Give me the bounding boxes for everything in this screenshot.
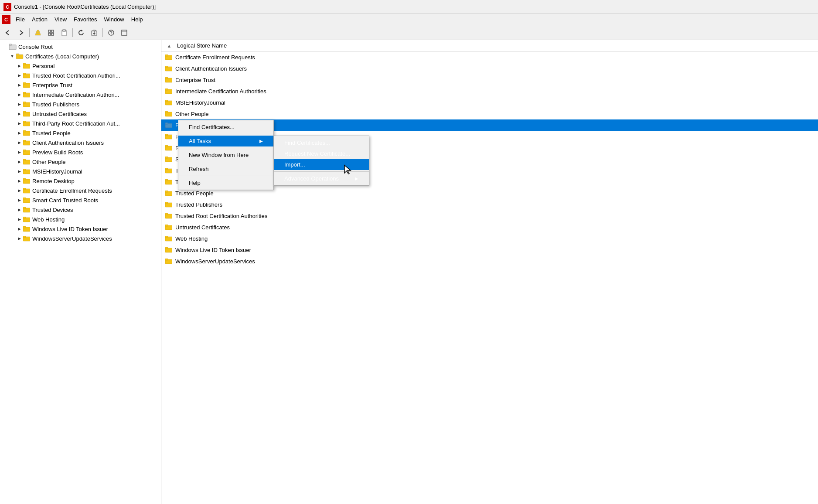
svg-rect-86 bbox=[165, 179, 168, 181]
tree-trusted-root[interactable]: ▶ Trusted Root Certification Authori... bbox=[0, 71, 161, 80]
all-tasks-submenu: Find Certificates... Request New Certifi… bbox=[273, 136, 369, 186]
svg-rect-54 bbox=[23, 198, 26, 199]
tree-trusted-publishers[interactable]: ▶ Trusted Publishers bbox=[0, 99, 161, 109]
list-folder-icon bbox=[165, 156, 173, 163]
help-button[interactable]: ? bbox=[105, 27, 117, 38]
list-item[interactable]: Trusted Root Certification Authorities bbox=[161, 210, 818, 221]
export-button[interactable] bbox=[88, 27, 100, 38]
list-item[interactable]: Intermediate Certification Authorities bbox=[161, 85, 818, 97]
smart-card-roots-icon bbox=[23, 197, 31, 204]
tree-cert-enrollment[interactable]: ▶ Certificate Enrollment Requests bbox=[0, 186, 161, 195]
submenu-advanced-ops[interactable]: Advanced Operations ▶ bbox=[274, 173, 369, 184]
tree-preview-build-roots[interactable]: ▶ Preview Build Roots bbox=[0, 147, 161, 157]
tree-certificates-root[interactable]: ▼ Certificates (Local Computer) bbox=[0, 51, 161, 61]
grid-button[interactable] bbox=[45, 27, 57, 38]
back-button[interactable] bbox=[2, 27, 14, 38]
tree-remote-desktop[interactable]: ▶ Remote Desktop bbox=[0, 176, 161, 186]
clipboard-button[interactable] bbox=[58, 27, 70, 38]
list-folder-icon bbox=[165, 133, 173, 140]
toolbar-sep-3 bbox=[102, 28, 103, 37]
app-logo: C bbox=[2, 15, 10, 24]
third-party-root-label: Third-Party Root Certification Aut... bbox=[32, 120, 120, 127]
list-item-label: Other People bbox=[175, 111, 209, 117]
tree-console-root[interactable]: Console Root bbox=[0, 42, 161, 51]
list-item-label: Trusted People bbox=[175, 190, 214, 197]
personal-icon bbox=[23, 62, 31, 69]
svg-rect-74 bbox=[165, 111, 168, 113]
list-folder-icon bbox=[165, 190, 173, 197]
svg-rect-64 bbox=[165, 54, 168, 56]
tree-personal[interactable]: ▶ Personal bbox=[0, 61, 161, 71]
list-item[interactable]: Certificate Enrollment Requests bbox=[161, 51, 818, 63]
tree-other-people[interactable]: ▶ Other People bbox=[0, 157, 161, 167]
context-help[interactable]: Help bbox=[178, 177, 273, 188]
tree-msie-journal[interactable]: ▶ MSIEHistoryJournal bbox=[0, 167, 161, 176]
svg-rect-100 bbox=[165, 259, 168, 260]
context-refresh[interactable]: Refresh bbox=[178, 163, 273, 174]
tree-trusted-people[interactable]: ▶ Trusted People bbox=[0, 128, 161, 138]
context-menu-container: Find Certificates... All Tasks ▶ Find Ce… bbox=[178, 120, 274, 190]
tree-wsus[interactable]: ▶ WindowsServerUpdateServices bbox=[0, 234, 161, 243]
tree-enterprise-trust[interactable]: ▶ Enterprise Trust bbox=[0, 80, 161, 90]
submenu-find-certs[interactable]: Find Certificates... bbox=[274, 137, 369, 148]
svg-rect-60 bbox=[23, 226, 26, 228]
svg-rect-62 bbox=[23, 236, 26, 238]
list-item[interactable]: Web Hosting bbox=[161, 233, 818, 244]
windows-live-id-label: Windows Live ID Token Issuer bbox=[32, 226, 108, 232]
list-item[interactable]: Client Authentication Issuers bbox=[161, 63, 818, 74]
third-party-root-icon bbox=[23, 120, 31, 127]
menu-favorites[interactable]: Favorites bbox=[70, 15, 100, 24]
context-find-certs[interactable]: Find Certificates... bbox=[178, 122, 273, 133]
list-item[interactable]: Windows Live ID Token Issuer bbox=[161, 244, 818, 255]
windows-live-id-icon bbox=[23, 225, 31, 232]
tree-trusted-devices[interactable]: ▶ Trusted Devices bbox=[0, 205, 161, 215]
svg-rect-92 bbox=[165, 213, 168, 215]
up-button[interactable] bbox=[32, 27, 44, 38]
tree-smart-card-roots[interactable]: ▶ Smart Card Trusted Roots bbox=[0, 195, 161, 205]
console-button[interactable] bbox=[118, 27, 130, 38]
forward-button[interactable] bbox=[15, 27, 27, 38]
submenu-import[interactable]: Import... bbox=[274, 159, 369, 170]
list-item[interactable]: Trusted Publishers bbox=[161, 199, 818, 210]
tree-untrusted-certs[interactable]: ▶ Untrusted Certificates bbox=[0, 109, 161, 119]
tree-web-hosting[interactable]: ▶ Web Hosting bbox=[0, 215, 161, 224]
svg-rect-21 bbox=[9, 45, 16, 50]
list-item[interactable]: Enterprise Trust bbox=[161, 74, 818, 85]
refresh-button[interactable] bbox=[75, 27, 87, 38]
tree-client-auth[interactable]: ▶ Client Authentication Issuers bbox=[0, 138, 161, 147]
console-root-label: Console Root bbox=[18, 44, 53, 50]
list-item[interactable]: MSIEHistoryJournal bbox=[161, 97, 818, 108]
trusted-root-icon bbox=[23, 72, 31, 79]
personal-label: Personal bbox=[32, 63, 55, 69]
svg-rect-30 bbox=[23, 82, 26, 84]
svg-marker-13 bbox=[81, 30, 83, 31]
context-sep-3 bbox=[178, 162, 273, 162]
svg-rect-72 bbox=[165, 100, 168, 102]
list-folder-icon bbox=[165, 167, 173, 174]
menu-help[interactable]: Help bbox=[128, 15, 147, 24]
context-all-tasks[interactable]: All Tasks ▶ Find Certificates... Request… bbox=[178, 136, 273, 146]
tree-windows-live-id[interactable]: ▶ Windows Live ID Token Issuer bbox=[0, 224, 161, 234]
svg-rect-84 bbox=[165, 168, 168, 170]
list-folder-icon bbox=[165, 76, 173, 83]
menu-action[interactable]: Action bbox=[28, 15, 51, 24]
tree-panel[interactable]: Console Root ▼ Certificates (Local Compu… bbox=[0, 40, 161, 504]
context-new-window[interactable]: New Window from Here bbox=[178, 150, 273, 160]
tree-third-party-root[interactable]: ▶ Third-Party Root Certification Aut... bbox=[0, 119, 161, 128]
cert-enrollment-icon bbox=[23, 187, 31, 194]
menu-file[interactable]: File bbox=[12, 15, 28, 24]
submenu-request-cert[interactable]: Request New Certificate... bbox=[274, 148, 369, 159]
up-arrow-button[interactable]: ▲ bbox=[165, 41, 174, 50]
primary-context-menu: Find Certificates... All Tasks ▶ Find Ce… bbox=[178, 120, 274, 190]
menu-window[interactable]: Window bbox=[101, 15, 128, 24]
menu-view[interactable]: View bbox=[51, 15, 70, 24]
list-item[interactable]: WindowsServerUpdateServices bbox=[161, 255, 818, 267]
svg-rect-56 bbox=[23, 207, 26, 209]
list-item[interactable]: Other People bbox=[161, 108, 818, 119]
list-item-label: Web Hosting bbox=[175, 235, 208, 242]
svg-rect-10 bbox=[51, 33, 54, 35]
list-item[interactable]: Untrusted Certificates bbox=[161, 221, 818, 233]
svg-rect-34 bbox=[23, 102, 26, 103]
smart-card-roots-label: Smart Card Trusted Roots bbox=[32, 197, 98, 204]
tree-intermediate-ca[interactable]: ▶ Intermediate Certification Authori... bbox=[0, 90, 161, 99]
